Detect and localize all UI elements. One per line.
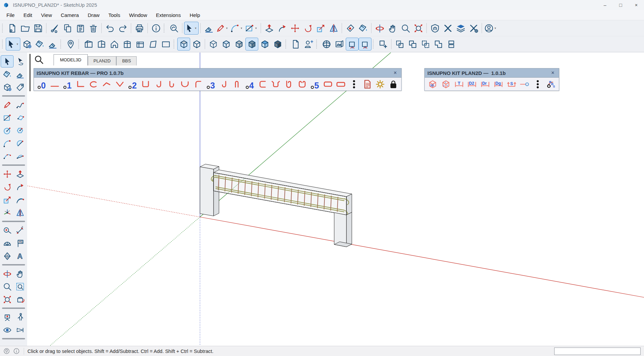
measurements-input[interactable] <box>554 348 641 355</box>
extension-x-button[interactable] <box>441 22 454 35</box>
chevron-down-icon[interactable]: ▾ <box>255 26 259 30</box>
rebar-shape-hook-3[interactable] <box>219 79 229 90</box>
undo-button[interactable] <box>103 22 116 35</box>
plan2d-dim-dg[interactable]: Dg <box>493 79 504 90</box>
arc-button[interactable] <box>1 137 14 150</box>
paint-bucket-button[interactable] <box>1 68 14 80</box>
chevron-down-icon[interactable]: ▾ <box>495 26 498 30</box>
text-flag-button[interactable]: A1 <box>14 237 26 249</box>
rebar-shape-closed-stirrup[interactable] <box>323 79 333 90</box>
pencil-button[interactable] <box>1 99 14 111</box>
minimize-button[interactable]: – <box>597 0 613 10</box>
move-button[interactable] <box>1 168 14 180</box>
tab-bbs[interactable]: BBS <box>116 56 137 65</box>
follow-me-button[interactable] <box>14 181 26 193</box>
page-button[interactable] <box>289 38 302 51</box>
axes-multi-button[interactable] <box>1 206 14 219</box>
printer-button[interactable] <box>133 22 146 35</box>
iso-shed-button[interactable] <box>82 38 95 51</box>
plan2d-3d-view[interactable]: 3D <box>427 79 438 90</box>
plan2d-dim-d2[interactable]: D2 <box>467 79 477 90</box>
arc-seg-button[interactable] <box>14 150 26 162</box>
zoom-button[interactable] <box>399 22 412 35</box>
offset-button[interactable] <box>14 194 26 206</box>
push-pull-button[interactable] <box>14 168 26 180</box>
rebar-type-3[interactable]: 3 <box>206 79 216 90</box>
rebar-type-0[interactable]: 0 <box>37 79 47 90</box>
pos-camera-button[interactable] <box>1 311 14 323</box>
info-button[interactable] <box>149 22 162 35</box>
rebar-shape-u-hook-2[interactable] <box>297 79 307 90</box>
rebar-more-menu[interactable] <box>349 79 359 90</box>
rebar-license-lock[interactable] <box>388 79 399 90</box>
cube-wire-button[interactable] <box>190 38 203 51</box>
plan2d-bbs[interactable]: BBS <box>546 79 556 90</box>
save-button[interactable] <box>32 22 44 35</box>
chevron-down-icon[interactable]: ▾ <box>226 26 229 30</box>
shape-rect-button[interactable]: ▾ <box>244 22 259 35</box>
rebar-shape-u-hook[interactable] <box>284 79 294 90</box>
zoom-window-button[interactable] <box>14 280 26 293</box>
cube-dashed-button[interactable] <box>207 38 220 51</box>
rebar-type-1[interactable]: 1 <box>62 79 73 90</box>
cut-button[interactable] <box>48 22 61 35</box>
close-icon[interactable]: × <box>392 70 399 76</box>
menu-extensions[interactable]: Extensions <box>152 11 185 19</box>
menu-camera[interactable]: Camera <box>56 11 83 19</box>
rebar-shape-open-stirrup[interactable] <box>258 79 268 90</box>
menu-tools[interactable]: Tools <box>104 11 125 19</box>
flip-button[interactable] <box>14 206 26 219</box>
axes-globe-button[interactable] <box>320 38 333 51</box>
push-pull-button[interactable] <box>263 22 276 35</box>
arc-button[interactable]: ▾ <box>230 22 244 35</box>
orbit-button[interactable] <box>373 22 386 35</box>
cube-shaded-button[interactable] <box>233 38 245 51</box>
plan2d-line-node[interactable] <box>519 79 530 90</box>
compass-button[interactable]: CAB <box>1 250 14 262</box>
rebar-shape-gamma[interactable] <box>193 79 203 90</box>
box-axes-button[interactable] <box>346 38 359 51</box>
plan2d-dim-spacing[interactable]: S <box>506 79 517 90</box>
rebar-shape-u-round[interactable] <box>180 79 190 90</box>
prev-view-button[interactable] <box>14 293 26 305</box>
trash-button[interactable] <box>87 22 100 35</box>
eraser-button[interactable] <box>46 38 59 51</box>
geolocation-icon[interactable] <box>3 348 10 354</box>
rebar-type-4[interactable]: 4 <box>245 79 255 90</box>
menu-edit[interactable]: Edit <box>19 11 37 19</box>
box-pane-button[interactable] <box>121 38 134 51</box>
paint-sample-button[interactable] <box>344 22 357 35</box>
group-pair-dashed-button[interactable] <box>419 38 432 51</box>
dimension-button[interactable]: 3 <box>14 224 26 236</box>
group-pair-2-button[interactable] <box>445 38 458 51</box>
circle-tool-button[interactable] <box>1 124 14 137</box>
rebar-shape-closed-stirrup-wide[interactable] <box>336 79 346 90</box>
zoom-button[interactable] <box>1 280 14 293</box>
eraser-button[interactable] <box>202 22 215 35</box>
account-button[interactable]: ▾ <box>484 22 498 35</box>
redo-button[interactable] <box>116 22 129 35</box>
scale-button[interactable] <box>314 22 327 35</box>
polygon-plan-button[interactable] <box>146 38 159 51</box>
rebar-shape-c[interactable] <box>88 79 99 90</box>
arc-3pt-button[interactable] <box>1 150 14 162</box>
cube-xray-button[interactable] <box>220 38 233 51</box>
plan2d-more-menu[interactable] <box>532 79 543 90</box>
rebar-type-5[interactable]: 5 <box>310 79 320 90</box>
cube-hidden-button[interactable] <box>177 38 190 51</box>
rot-rect-button[interactable] <box>14 112 26 124</box>
freehand-button[interactable] <box>14 99 26 111</box>
component-button[interactable] <box>1 81 14 93</box>
paint-bucket-button[interactable] <box>33 38 46 51</box>
select-cursor-button[interactable]: ▾ <box>6 38 20 51</box>
warehouse-button[interactable] <box>428 22 441 35</box>
section-eye-button[interactable] <box>14 324 26 336</box>
pie-tool-button[interactable] <box>14 137 26 150</box>
tape-measure-button[interactable] <box>1 224 14 236</box>
drawing-viewport[interactable]: MODEL3DPLAN2DBBS <box>27 53 644 346</box>
chevron-down-icon[interactable]: ▾ <box>241 26 244 30</box>
box-flat-button[interactable] <box>134 38 146 51</box>
scale-button[interactable] <box>1 194 14 206</box>
pan-button[interactable] <box>386 22 399 35</box>
group-pair-button[interactable] <box>406 38 419 51</box>
